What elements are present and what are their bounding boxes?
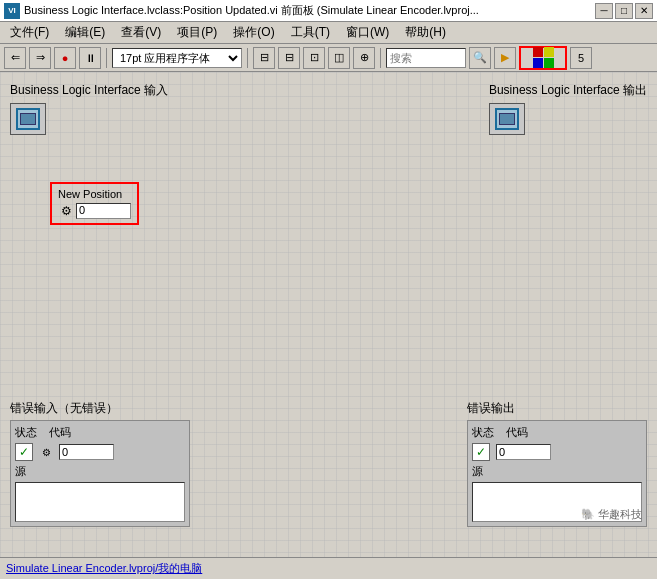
- output-icon-inner: [495, 108, 519, 130]
- output-panel-label: Business Logic Interface 输出: [489, 82, 647, 99]
- canvas-logo: 🐘 华趣科技: [581, 507, 642, 522]
- status-bar-path[interactable]: Simulate Linear Encoder.lvproj/我的电脑: [6, 561, 202, 576]
- output-panel: Business Logic Interface 输出: [489, 82, 647, 135]
- menu-operate[interactable]: 操作(O): [229, 22, 278, 43]
- blue-square: [533, 58, 543, 68]
- error-output-state-check: ✓: [472, 443, 490, 461]
- input-icon-inner: [16, 108, 40, 130]
- pause-button[interactable]: ⏸: [79, 47, 101, 69]
- gear-icon: ⚙: [58, 203, 74, 219]
- error-output-title: 错误输出: [467, 400, 647, 417]
- input-panel-icon: [10, 103, 46, 135]
- new-position-label: New Position: [58, 188, 131, 200]
- status-bar: Simulate Linear Encoder.lvproj/我的电脑: [0, 557, 657, 579]
- error-input-state-label: 状态: [15, 425, 43, 440]
- error-output-values-row: ✓ 0: [472, 443, 642, 461]
- icon-palette-box[interactable]: [519, 46, 567, 70]
- distribute-button[interactable]: ⊟: [278, 47, 300, 69]
- menu-help[interactable]: 帮助(H): [401, 22, 450, 43]
- output-icon-display: [499, 113, 515, 125]
- menu-window[interactable]: 窗口(W): [342, 22, 393, 43]
- toolbar-sep-1: [106, 48, 107, 68]
- error-input-code-field[interactable]: 0: [59, 444, 114, 460]
- menu-edit[interactable]: 编辑(E): [61, 22, 109, 43]
- new-position-input[interactable]: 0: [76, 203, 131, 219]
- forward-button[interactable]: ⇒: [29, 47, 51, 69]
- yellow-square: [544, 47, 554, 57]
- error-input-header-row: 状态 代码: [15, 425, 185, 440]
- toolbar-sep-2: [247, 48, 248, 68]
- new-position-control: New Position ⚙ 0: [50, 182, 139, 225]
- minimize-button[interactable]: ─: [595, 3, 613, 19]
- error-input-section: 错误输入（无错误） 状态 代码 ✓ ⚙ 0 源: [10, 400, 190, 527]
- input-icon-display: [20, 113, 36, 125]
- resize-button[interactable]: ⊡: [303, 47, 325, 69]
- error-output-header-row: 状态 代码: [472, 425, 642, 440]
- error-input-title: 错误输入（无错误）: [10, 400, 190, 417]
- back-button[interactable]: ⇐: [4, 47, 26, 69]
- stop-button[interactable]: ●: [54, 47, 76, 69]
- output-panel-icon: [489, 103, 525, 135]
- error-input-panel: 状态 代码 ✓ ⚙ 0 源: [10, 420, 190, 527]
- error-input-source-row: 源: [15, 464, 185, 479]
- menu-bar: 文件(F) 编辑(E) 查看(V) 项目(P) 操作(O) 工具(T) 窗口(W…: [0, 22, 657, 44]
- title-bar: VI Business Logic Interface.lvclass:Posi…: [0, 0, 657, 22]
- close-button[interactable]: ✕: [635, 3, 653, 19]
- error-output-code-field[interactable]: 0: [496, 444, 551, 460]
- error-input-code-label: 代码: [49, 425, 77, 440]
- new-position-input-row: ⚙ 0: [58, 203, 131, 219]
- arrow-button[interactable]: ▶: [494, 47, 516, 69]
- maximize-button[interactable]: □: [615, 3, 633, 19]
- extra-btn-2[interactable]: 5: [570, 47, 592, 69]
- error-input-gear-icon: ⚙: [39, 445, 53, 459]
- menu-file[interactable]: 文件(F): [6, 22, 53, 43]
- font-selector[interactable]: 17pt 应用程序字体: [112, 48, 242, 68]
- menu-view[interactable]: 查看(V): [117, 22, 165, 43]
- input-panel: Business Logic Interface 输入: [10, 82, 168, 135]
- search-input[interactable]: [386, 48, 466, 68]
- red-square: [533, 47, 543, 57]
- error-output-source-row: 源: [472, 464, 642, 479]
- error-input-source-label: 源: [15, 464, 43, 479]
- error-input-state-check: ✓: [15, 443, 33, 461]
- menu-project[interactable]: 项目(P): [173, 22, 221, 43]
- menu-tools[interactable]: 工具(T): [287, 22, 334, 43]
- toolbar-sep-3: [380, 48, 381, 68]
- title-bar-text: Business Logic Interface.lvclass:Positio…: [24, 3, 595, 18]
- title-bar-buttons: ─ □ ✕: [595, 3, 653, 19]
- green-square: [544, 58, 554, 68]
- input-panel-label: Business Logic Interface 输入: [10, 82, 168, 99]
- order-button[interactable]: ◫: [328, 47, 350, 69]
- extra-button[interactable]: ⊕: [353, 47, 375, 69]
- error-output-source-label: 源: [472, 464, 500, 479]
- error-output-code-label: 代码: [506, 425, 534, 440]
- app-icon: VI: [4, 3, 20, 19]
- search-button[interactable]: 🔍: [469, 47, 491, 69]
- canvas-area: Business Logic Interface 输入 Business Log…: [0, 72, 657, 557]
- error-input-values-row: ✓ ⚙ 0: [15, 443, 185, 461]
- toolbar: ⇐ ⇒ ● ⏸ 17pt 应用程序字体 ⊟ ⊟ ⊡ ◫ ⊕ 🔍 ▶ 5: [0, 44, 657, 72]
- error-input-source-box[interactable]: [15, 482, 185, 522]
- error-output-state-label: 状态: [472, 425, 500, 440]
- align-button[interactable]: ⊟: [253, 47, 275, 69]
